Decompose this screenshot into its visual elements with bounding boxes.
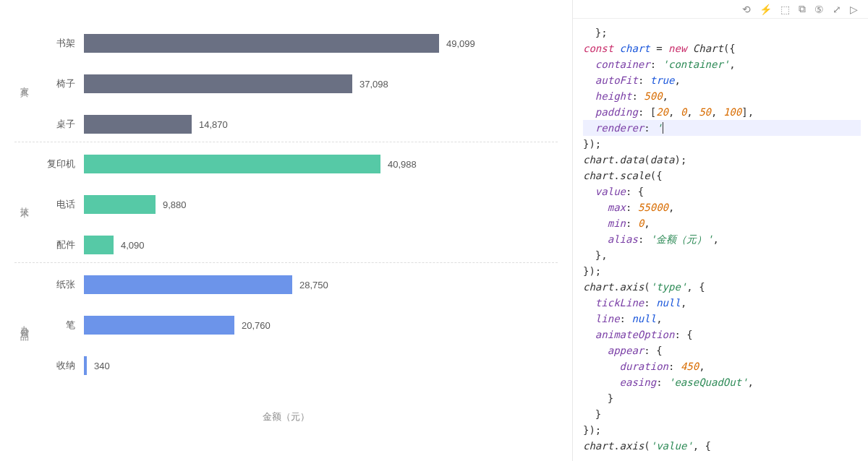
code-line[interactable]: chart.scale({ <box>583 168 861 184</box>
code-token: value <box>595 186 626 197</box>
bar[interactable] <box>84 34 439 53</box>
bar-wrap: 37,098 <box>84 74 558 93</box>
code-token: : { <box>644 345 662 356</box>
code-line[interactable]: appear: { <box>583 342 861 358</box>
code-line[interactable]: renderer: ' <box>583 120 861 136</box>
bar-wrap: 340 <box>84 356 558 375</box>
group-rows: 纸张28,750笔20,760收纳340 <box>33 270 558 376</box>
code-line[interactable]: height: 500, <box>583 88 861 104</box>
bar-value: 37,098 <box>359 79 388 90</box>
reset-icon[interactable]: ⟲ <box>742 4 751 15</box>
code-token: 'container' <box>663 59 730 70</box>
code-token: , <box>729 59 735 70</box>
code-line[interactable]: min: 0, <box>583 215 861 231</box>
code-token: , <box>713 233 719 245</box>
code-token: , <box>699 361 705 372</box>
code-line[interactable]: duration: 450, <box>583 358 861 374</box>
code-token: scale <box>620 170 650 181</box>
code-token <box>583 376 620 388</box>
row-label: 复印机 <box>33 158 84 171</box>
bar[interactable] <box>84 195 156 214</box>
code-token: duration <box>620 361 668 372</box>
row-label: 纸张 <box>33 278 84 291</box>
code-line[interactable]: max: 55000, <box>583 199 861 215</box>
group-label: 家具 <box>14 29 33 134</box>
code-token: easing <box>620 376 657 388</box>
bar[interactable] <box>84 316 234 335</box>
code-line[interactable]: const chart = new Chart({ <box>583 40 861 56</box>
code-line[interactable]: chart.axis('type', { <box>583 279 861 295</box>
code-token: : <box>620 313 632 324</box>
chart-group: 办公用品纸张28,750笔20,760收纳340 <box>14 270 558 383</box>
code-line[interactable]: }); <box>583 136 861 152</box>
chart-row: 复印机40,988 <box>33 154 558 174</box>
code-line[interactable]: }); <box>583 422 861 438</box>
code-token: , <box>748 376 754 388</box>
group-label: 技术 <box>14 150 33 255</box>
code-token: : <box>626 202 638 213</box>
play-icon[interactable]: ▷ <box>850 4 858 15</box>
code-line[interactable]: value: { <box>583 184 861 199</box>
code-token: , <box>663 90 668 102</box>
code-line[interactable]: tickLine: null, <box>583 295 861 311</box>
code-pane: ⟲⚡⬚⧉⑤⤢▷ };const chart = new Chart({ cont… <box>572 0 868 461</box>
bar-wrap: 49,099 <box>84 34 558 53</box>
code-token: max <box>608 202 626 213</box>
code-token: , <box>656 313 662 324</box>
code-token: data <box>650 154 675 165</box>
bar-value: 9,880 <box>163 199 187 210</box>
bar[interactable] <box>84 236 114 254</box>
code-line[interactable]: }; <box>583 25 861 40</box>
code-line[interactable]: chart.axis('value', { <box>583 438 861 454</box>
bar[interactable] <box>84 74 352 93</box>
code-editor[interactable]: };const chart = new Chart({ container: '… <box>573 19 868 460</box>
expand-icon[interactable]: ⤢ <box>833 4 841 15</box>
code-token: = <box>650 43 668 54</box>
code-token: tickLine <box>595 297 644 309</box>
code-line[interactable]: padding: [20, 0, 50, 100], <box>583 104 861 120</box>
code-line[interactable]: } <box>583 406 861 422</box>
code-token <box>583 329 595 340</box>
code-token: ( <box>644 281 650 293</box>
code-token: , <box>668 202 674 213</box>
x-axis-label: 金额（元） <box>14 410 558 423</box>
code-token: container <box>595 59 650 70</box>
code-line[interactable]: } <box>583 390 861 406</box>
code-token: 'value' <box>650 440 693 452</box>
html-icon[interactable]: ⑤ <box>814 4 824 15</box>
bar-wrap: 20,760 <box>84 316 558 335</box>
code-token <box>583 90 595 102</box>
code-token: 55000 <box>638 202 668 213</box>
code-token <box>583 297 595 309</box>
code-line[interactable]: }); <box>583 263 861 279</box>
code-line[interactable]: chart.data(data); <box>583 152 861 168</box>
code-token: } <box>583 408 601 420</box>
bar[interactable] <box>84 155 380 173</box>
code-token <box>583 313 595 324</box>
bar[interactable] <box>84 356 87 375</box>
code-token: }); <box>583 265 601 277</box>
chart-row: 书架49,099 <box>33 33 558 53</box>
code-token: : [ <box>638 106 656 118</box>
code-line[interactable]: container: 'container', <box>583 56 861 72</box>
code-token: min <box>608 217 626 229</box>
bar-wrap: 28,750 <box>84 275 558 294</box>
bar[interactable] <box>84 275 292 294</box>
code-token: , <box>711 106 723 118</box>
copy-icon[interactable]: ⧉ <box>799 3 806 15</box>
code-line[interactable]: animateOption: { <box>583 327 861 342</box>
cube-icon[interactable]: ⬚ <box>780 4 790 15</box>
thunder-icon[interactable]: ⚡ <box>760 4 772 15</box>
code-token <box>613 43 619 54</box>
code-token: axis <box>620 440 644 452</box>
code-line[interactable]: easing: 'easeQuadOut', <box>583 374 861 390</box>
code-token: appear <box>608 345 644 356</box>
code-token <box>583 186 595 197</box>
code-line[interactable]: autoFit: true, <box>583 72 861 88</box>
code-line[interactable]: }, <box>583 247 861 263</box>
code-line[interactable]: line: null, <box>583 311 861 327</box>
code-line[interactable]: alias: '金额（元）', <box>583 231 861 247</box>
bar[interactable] <box>84 115 192 134</box>
code-token <box>583 345 608 356</box>
code-token: data <box>620 154 644 165</box>
